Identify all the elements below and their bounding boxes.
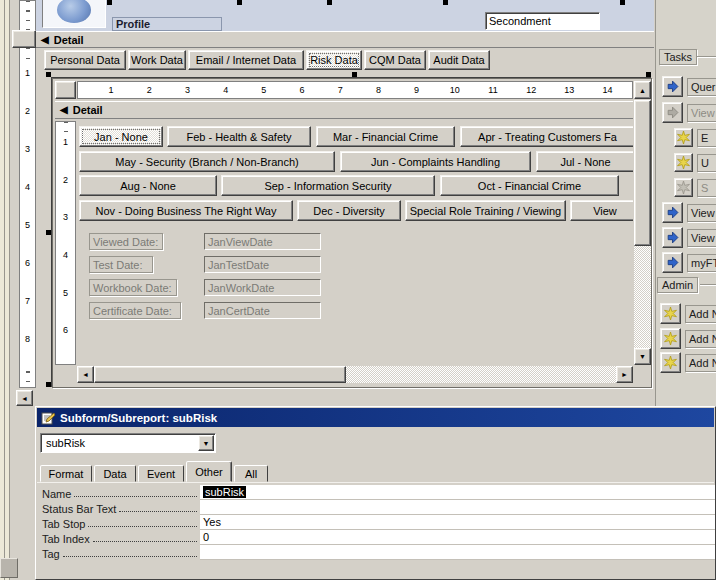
image-placeholder-icon (57, 0, 91, 23)
tab-all[interactable]: All (234, 465, 268, 482)
leader-dots (74, 496, 197, 497)
go-arrow-icon[interactable] (662, 202, 683, 223)
selection-handle[interactable] (327, 0, 332, 5)
property-tab-index-value[interactable]: 0 (200, 530, 715, 545)
property-tab-stop-value[interactable]: Yes (200, 515, 715, 530)
vertical-scrollbar-track[interactable] (634, 100, 651, 348)
month-button-sep[interactable]: Sep - Information Security (221, 175, 435, 196)
task-view-field[interactable]: View (687, 229, 716, 247)
property-sheet-title: Subform/Subreport: subRisk (60, 412, 217, 424)
property-row-status-bar-text[interactable]: Status Bar Text (40, 500, 715, 515)
selection-handle[interactable] (237, 0, 242, 5)
workbook-date-textbox[interactable]: JanWorkDate (204, 279, 321, 296)
property-sheet-titlebar[interactable]: Subform/Subreport: subRisk (37, 408, 714, 427)
month-button-may[interactable]: May - Security (Branch / Non-Branch) (79, 151, 335, 172)
property-row-tab-stop[interactable]: Tab Stop Yes (40, 515, 715, 530)
task-view-field[interactable]: View (687, 204, 716, 222)
star-icon[interactable] (660, 328, 681, 349)
month-button-oct[interactable]: Oct - Financial Crime (440, 175, 619, 196)
task-query-field[interactable]: Quer (687, 78, 716, 96)
property-status-bar-text-value[interactable] (200, 500, 715, 515)
month-button-dec[interactable]: Dec - Diversity (297, 200, 401, 221)
scroll-left-icon[interactable]: ◄ (16, 390, 33, 406)
test-date-textbox[interactable]: JanTestDate (204, 256, 321, 273)
star-icon[interactable] (674, 128, 693, 147)
scroll-right-icon[interactable]: ► (616, 366, 633, 383)
viewed-date-textbox[interactable]: JanViewDate (204, 233, 321, 250)
tab-other[interactable]: Other (186, 461, 232, 482)
scroll-left-icon[interactable]: ◄ (77, 366, 94, 383)
ruler-number: 1 (56, 136, 75, 174)
task-e-field[interactable]: E (697, 129, 716, 147)
month-button-feb[interactable]: Feb - Health & Safety (167, 126, 311, 147)
month-button-nov[interactable]: Nov - Doing Business The Right Way (79, 200, 293, 221)
admin-add-field[interactable]: Add N (685, 330, 716, 348)
month-button-jan[interactable]: Jan - None (79, 126, 163, 147)
selection-handle[interactable] (352, 72, 357, 77)
view-button[interactable]: View (570, 200, 633, 221)
dropdown-arrow-icon[interactable]: ▼ (198, 435, 214, 451)
selection-handle[interactable] (46, 230, 51, 235)
test-date-label[interactable]: Test Date: (89, 256, 153, 273)
task-myft-field[interactable]: myFT (687, 254, 716, 272)
tab-format[interactable]: Format (40, 465, 92, 482)
selection-handle[interactable] (46, 72, 51, 77)
special-role-button[interactable]: Special Role Training / Viewing (405, 200, 566, 221)
selection-handle[interactable] (443, 0, 448, 5)
property-tag-label: Tag (42, 548, 60, 560)
month-button-jul[interactable]: Jul - None (536, 151, 633, 172)
tab-work-data[interactable]: Work Data (128, 50, 186, 70)
go-arrow-icon[interactable] (662, 227, 683, 248)
admin-add-field[interactable]: Add N (685, 354, 716, 372)
property-tag-value[interactable] (200, 545, 715, 560)
vertical-scrollbar-thumb[interactable] (634, 100, 651, 246)
scrollbar-corner (0, 558, 18, 578)
profile-label[interactable]: Profile (112, 17, 222, 31)
selection-handle[interactable] (646, 72, 651, 77)
tab-risk-data[interactable]: Risk Data (306, 50, 362, 70)
ruler-number: 5 (245, 85, 283, 95)
month-button-aug[interactable]: Aug - None (79, 175, 217, 196)
task-u-field[interactable]: U (697, 154, 716, 172)
star-icon[interactable] (660, 352, 681, 373)
tab-audit-data[interactable]: Audit Data (428, 50, 490, 70)
object-selector-value: subRisk (43, 436, 197, 450)
selection-handle[interactable] (620, 0, 625, 5)
object-selector-combobox[interactable]: subRisk ▼ (40, 433, 216, 453)
tab-email-internet-data[interactable]: Email / Internet Data (188, 50, 304, 70)
scroll-down-icon[interactable]: ▼ (634, 348, 651, 365)
selection-handle[interactable] (46, 382, 51, 387)
detail-section-bar[interactable]: ◀ Detail (36, 31, 654, 48)
tab-event[interactable]: Event (138, 465, 184, 482)
go-arrow-icon[interactable] (662, 252, 683, 273)
scroll-up-icon[interactable]: ▲ (634, 81, 651, 99)
month-button-apr[interactable]: Apr - Treating Customers Fa (460, 126, 633, 147)
image-control[interactable] (42, 0, 106, 28)
tab-personal-data[interactable]: Personal Data (44, 50, 126, 70)
certificate-date-textbox[interactable]: JanCertDate (204, 302, 321, 319)
ruler-number: 8 (359, 85, 397, 95)
property-row-tab-index[interactable]: Tab Index 0 (40, 530, 715, 545)
subform-detail-bar[interactable]: ◀ Detail (55, 101, 633, 119)
secondment-textbox[interactable]: Secondment (485, 12, 600, 30)
star-icon[interactable] (660, 303, 681, 324)
viewed-date-label[interactable]: Viewed Date: (89, 233, 163, 250)
horizontal-scrollbar-thumb[interactable] (94, 366, 346, 383)
certificate-date-label[interactable]: Certificate Date: (89, 302, 181, 319)
selection-handle[interactable] (107, 0, 112, 5)
tab-cqm-data[interactable]: CQM Data (364, 50, 426, 70)
workbook-date-label[interactable]: Workbook Date: (89, 279, 177, 296)
go-arrow-icon[interactable] (662, 76, 683, 97)
ruler-number: 13 (550, 85, 588, 95)
tab-data[interactable]: Data (94, 465, 136, 482)
property-name-value[interactable]: subRisk (200, 485, 715, 500)
property-sheet-icon (41, 411, 55, 425)
admin-add-field[interactable]: Add N (685, 305, 716, 323)
month-button-jun[interactable]: Jun - Complaints Handling (340, 151, 531, 172)
property-row-name[interactable]: Name subRisk (40, 485, 715, 500)
star-icon[interactable] (674, 153, 693, 172)
property-row-tag[interactable]: Tag (40, 545, 715, 560)
horizontal-scrollbar-track[interactable]: ◄ ► (77, 366, 633, 383)
month-button-mar[interactable]: Mar - Financial Crime (316, 126, 455, 147)
ruler-number: 14 (588, 85, 626, 95)
